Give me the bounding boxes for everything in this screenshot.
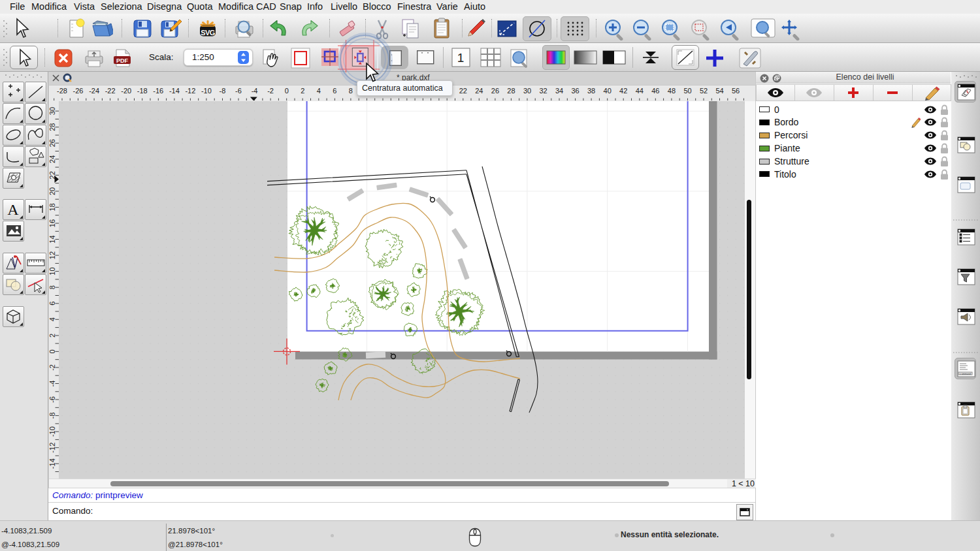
svg-text:-22: -22 <box>105 87 116 95</box>
svg-text:48: 48 <box>668 87 676 95</box>
svg-text:24: 24 <box>49 155 56 163</box>
svg-text:-14: -14 <box>49 458 56 469</box>
svg-text:50: 50 <box>683 87 691 95</box>
svg-text:-14: -14 <box>169 87 180 95</box>
svg-text:46: 46 <box>651 87 659 95</box>
svg-text:4: 4 <box>49 317 56 321</box>
svg-text:42: 42 <box>619 87 627 95</box>
svg-text:38: 38 <box>587 87 595 95</box>
svg-text:-6: -6 <box>235 87 242 95</box>
svg-text:34: 34 <box>555 87 563 95</box>
svg-text:28: 28 <box>507 87 515 95</box>
svg-text:6: 6 <box>49 302 56 306</box>
svg-text:30: 30 <box>49 107 56 115</box>
svg-text:16: 16 <box>49 219 56 227</box>
svg-text:-12: -12 <box>49 443 56 453</box>
svg-text:10: 10 <box>49 267 56 275</box>
svg-text:-28: -28 <box>57 87 67 95</box>
svg-text:c ommand: c ommand <box>960 373 971 375</box>
svg-text:-24: -24 <box>89 87 99 95</box>
svg-text:18: 18 <box>49 203 56 211</box>
svg-text:PDF: PDF <box>116 57 129 64</box>
svg-text:A: A <box>7 201 19 218</box>
svg-text:SVG: SVG <box>201 29 215 37</box>
svg-text:12: 12 <box>49 251 56 259</box>
svg-text:8: 8 <box>349 87 353 95</box>
svg-text:-26: -26 <box>73 87 84 95</box>
svg-text:-20: -20 <box>121 87 131 95</box>
svg-text:8: 8 <box>49 285 56 289</box>
svg-text:28: 28 <box>49 123 56 131</box>
svg-text:0: 0 <box>285 87 289 95</box>
svg-text:54: 54 <box>715 87 723 95</box>
svg-text:26: 26 <box>491 87 499 95</box>
svg-text:32: 32 <box>539 87 547 95</box>
svg-text:44: 44 <box>636 87 644 95</box>
svg-text:22: 22 <box>459 87 467 95</box>
svg-text:56: 56 <box>732 87 740 95</box>
svg-text:24: 24 <box>475 87 483 95</box>
svg-text:2: 2 <box>301 87 304 95</box>
svg-text:40: 40 <box>604 87 612 95</box>
svg-text:36: 36 <box>571 87 579 95</box>
svg-text:6: 6 <box>333 87 336 95</box>
svg-text:-16: -16 <box>153 87 163 95</box>
svg-text:0: 0 <box>49 349 56 353</box>
svg-text:-6: -6 <box>49 396 56 403</box>
svg-text:20: 20 <box>49 187 56 195</box>
svg-text:4: 4 <box>317 87 321 95</box>
svg-text:-8: -8 <box>220 87 226 95</box>
svg-text:-12: -12 <box>185 87 195 95</box>
svg-text:-10: -10 <box>201 87 212 95</box>
svg-text:-4: -4 <box>252 87 258 95</box>
svg-text:-18: -18 <box>137 87 148 95</box>
svg-text:-2: -2 <box>49 364 56 371</box>
svg-text:-2: -2 <box>267 87 274 95</box>
svg-text:1: 1 <box>457 51 465 65</box>
svg-text:-8: -8 <box>49 413 56 419</box>
svg-text:26: 26 <box>49 139 56 147</box>
svg-text:2: 2 <box>49 334 56 338</box>
svg-text:14: 14 <box>49 235 56 243</box>
svg-text:-10: -10 <box>49 426 56 437</box>
svg-text:30: 30 <box>523 87 531 95</box>
svg-text:-4: -4 <box>49 381 56 387</box>
svg-text:52: 52 <box>700 87 708 95</box>
